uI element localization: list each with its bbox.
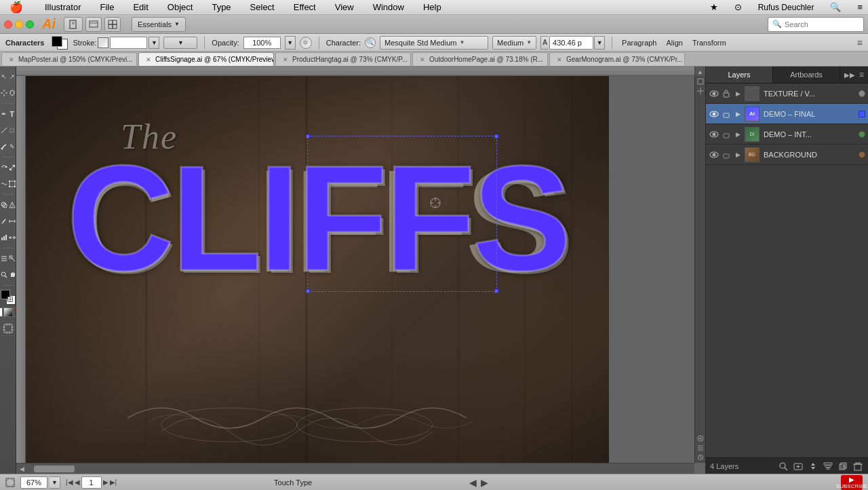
tool-warp[interactable]	[0, 176, 7, 191]
scroll-left-button[interactable]: ◀	[16, 464, 27, 474]
artboards-tab[interactable]: Artboards	[773, 67, 840, 83]
tool-measure[interactable]	[8, 214, 16, 229]
tool-perspective[interactable]	[8, 197, 16, 212]
page-field[interactable]: 1	[81, 476, 102, 489]
collect-layer-button[interactable]	[822, 460, 834, 472]
menu-illustrator[interactable]: Illustrator	[41, 0, 85, 15]
tool-lasso[interactable]	[8, 86, 16, 100]
layer-expand-demo-int[interactable]: ▶	[733, 130, 743, 139]
page-prev-button[interactable]: ◀	[75, 478, 80, 486]
tool-eyedropper[interactable]	[0, 214, 7, 229]
font-family-dropdown[interactable]: Mesquite Std Medium ▼	[380, 36, 488, 50]
menu-select[interactable]: Select	[246, 0, 279, 15]
menu-view[interactable]: View	[331, 0, 358, 15]
tab-3[interactable]: ✕ OutdoorHomePage.ai @ 73.18% (R...	[412, 52, 548, 66]
tool-pencil[interactable]: ✎	[8, 139, 16, 154]
layer-item-texture[interactable]: ▶ TEXTURE / V...	[706, 83, 868, 104]
fill-gradient[interactable]	[3, 307, 13, 317]
tool-align[interactable]	[0, 251, 7, 266]
layer-lock-demo-final[interactable]	[722, 109, 731, 119]
canvas-control-1[interactable]	[696, 77, 705, 86]
tool-shape-builder[interactable]	[0, 197, 7, 212]
layer-expand-background[interactable]: ▶	[733, 150, 743, 159]
artboard-tool[interactable]	[1, 321, 16, 336]
fill-stroke-swatch[interactable]	[51, 35, 68, 50]
menu-list-icon[interactable]: ≡	[857, 2, 863, 12]
prev-arrow-icon[interactable]: ◀	[469, 477, 477, 488]
delete-layer-button[interactable]	[852, 460, 864, 472]
page-next-button[interactable]: ▶	[103, 478, 108, 486]
artboard-icon-status[interactable]	[5, 478, 15, 487]
h-scrollbar[interactable]: ◀	[16, 463, 694, 474]
layer-visibility-texture[interactable]	[709, 88, 719, 99]
layer-visibility-demo-final[interactable]	[709, 109, 719, 119]
minimize-button[interactable]	[15, 20, 23, 29]
tool-select[interactable]: ↖	[0, 69, 7, 84]
font-size-field[interactable]: 430.46 p	[549, 36, 593, 50]
page-last-button[interactable]: ▶|	[110, 478, 117, 486]
tool-direct-select[interactable]: ↗	[8, 69, 16, 84]
page-first-button[interactable]: |◀	[66, 478, 73, 486]
tool-slice[interactable]	[8, 251, 16, 266]
layer-lock-demo-int[interactable]	[722, 130, 731, 139]
workspace-button[interactable]	[85, 17, 102, 32]
tool-magic-wand[interactable]	[0, 86, 7, 100]
status-arrows[interactable]: ◀ ▶	[469, 477, 488, 488]
layer-expand-texture[interactable]: ▶	[733, 89, 743, 98]
opacity-dropdown[interactable]: ▼	[285, 36, 296, 50]
fill-solid[interactable]	[0, 307, 3, 317]
tool-pen[interactable]: ✒	[0, 107, 7, 121]
tab-0[interactable]: ✕ MapPoster.ai @ 150% (CMYK/Previ...	[1, 52, 137, 66]
tool-paintbrush[interactable]	[0, 139, 7, 154]
zoom-dropdown[interactable]: ▼	[50, 476, 60, 489]
tool-graph[interactable]	[0, 230, 7, 245]
stroke-dropdown[interactable]: ▼	[149, 37, 159, 49]
menu-window[interactable]: Window	[369, 0, 408, 15]
tool-line[interactable]	[0, 123, 7, 138]
canvas-control-2[interactable]	[696, 87, 705, 95]
appearance-button[interactable]: ⊙	[300, 37, 312, 49]
h-scroll-thumb[interactable]	[34, 466, 75, 472]
tab-close-1[interactable]: ✕	[146, 56, 151, 63]
canvas-control-4[interactable]	[696, 444, 705, 452]
panel-expand-button[interactable]: ▶▶	[843, 70, 856, 80]
layer-lock-texture[interactable]	[722, 89, 731, 98]
canvas-control-3[interactable]	[696, 434, 705, 442]
menu-type[interactable]: Type	[208, 0, 235, 15]
layer-item-demo-final[interactable]: ▶ Ai DEMO – FINAL	[706, 104, 868, 124]
tab-close-3[interactable]: ✕	[420, 56, 425, 63]
canvas-control-5[interactable]	[696, 453, 705, 461]
menu-search-icon[interactable]: 🔍	[830, 2, 841, 12]
panel-menu-button[interactable]: ≡	[858, 69, 865, 81]
essentials-dropdown[interactable]: Essentials ▼	[132, 17, 186, 32]
align-link[interactable]: Align	[663, 39, 685, 47]
panel-options-button[interactable]: ≡	[857, 37, 863, 48]
font-size-dropdown[interactable]: ▼	[594, 36, 605, 50]
tool-free-transform[interactable]	[8, 176, 16, 191]
tab-close-0[interactable]: ✕	[9, 56, 14, 63]
find-layer-button[interactable]	[777, 460, 789, 472]
tool-text[interactable]: T	[8, 107, 16, 121]
toolbar-search-input[interactable]	[785, 20, 859, 29]
menu-effect[interactable]: Effect	[290, 0, 320, 15]
layer-item-demo-int[interactable]: ▶ DI DEMO – INT...	[706, 124, 868, 145]
zoom-field[interactable]: 67%	[20, 476, 47, 489]
layer-visibility-demo-int[interactable]	[709, 129, 719, 140]
stroke-options-dropdown[interactable]: ▼	[163, 37, 197, 49]
tool-blend[interactable]	[8, 230, 16, 245]
tab-close-2[interactable]: ✕	[283, 56, 288, 63]
transform-link[interactable]: Transform	[690, 39, 729, 47]
stroke-value-field[interactable]	[110, 37, 147, 49]
new-doc-button[interactable]	[64, 17, 83, 32]
layer-expand-demo-final[interactable]: ▶	[733, 109, 743, 119]
new-sublayer-button[interactable]	[792, 460, 804, 472]
layer-visibility-background[interactable]	[709, 149, 719, 160]
canvas-area[interactable]: // ruler ticks drawn in CSS pseudo appro…	[16, 67, 705, 474]
font-style-dropdown[interactable]: Medium ▼	[492, 36, 536, 50]
tool-rect[interactable]: □	[8, 123, 16, 138]
stroke-swatch[interactable]	[98, 37, 108, 48]
new-layer-button[interactable]	[837, 460, 849, 472]
tab-2[interactable]: ✕ ProductHangtag.ai @ 73% (CMYK/P...	[275, 52, 411, 66]
move-layer-button[interactable]	[807, 460, 819, 472]
menu-edit[interactable]: Edit	[129, 0, 152, 15]
